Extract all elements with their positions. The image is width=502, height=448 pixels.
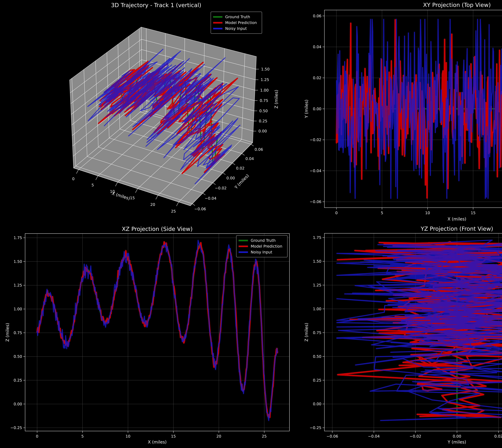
model-prediction-swatch-icon — [239, 246, 248, 247]
tick-label: 0.00 — [313, 402, 321, 406]
tick-label: 0.25 — [259, 119, 267, 123]
tick-label: 0.00 — [227, 176, 235, 180]
legend-label: Model Prediction — [225, 20, 257, 25]
tick-label: 0.06 — [255, 147, 263, 152]
legend-item: Noisy Input — [213, 26, 261, 32]
tick-label: 1.25 — [313, 283, 321, 287]
tick-label: 5 — [81, 434, 84, 438]
ground-truth-swatch-icon — [239, 240, 248, 241]
legend-label: Ground Truth — [225, 15, 250, 19]
tick-label: 25 — [171, 209, 176, 213]
legend-xz: Ground Truth Model Prediction Noisy Inpu… — [236, 235, 288, 257]
plot-title-xy: XY Projection (Top View) — [423, 2, 491, 8]
tick-label: 10 — [126, 434, 130, 438]
tick-label: 0.04 — [245, 157, 254, 161]
plot-title-yz: YZ Projection (Front View) — [421, 225, 493, 232]
tick-label: −0.06 — [194, 207, 206, 211]
plot-canvas — [0, 0, 502, 448]
tick-label: −0.04 — [205, 196, 216, 201]
legend-label: Noisy Input — [251, 250, 272, 254]
tick-label: 10 — [425, 211, 430, 215]
tick-label: −0.06 — [310, 200, 321, 204]
tick-label: 0.02 — [494, 434, 502, 438]
noisy-input-swatch-icon — [239, 251, 248, 253]
legend-item: Noisy Input — [239, 249, 286, 255]
legend-item: Model Prediction — [239, 243, 286, 249]
tick-label: 0 — [36, 434, 38, 438]
legend-label: Model Prediction — [251, 244, 282, 248]
x-axis-label-xy: X (miles) — [448, 217, 466, 222]
tick-label: 0.75 — [313, 331, 321, 335]
tick-label: 0 — [72, 177, 75, 181]
tick-label: 1.00 — [14, 307, 22, 311]
tick-label: 1.25 — [14, 283, 22, 288]
tick-label: 0.02 — [236, 166, 244, 170]
tick-label: 15 — [171, 434, 176, 438]
x-axis-label-xz: X (miles) — [148, 440, 167, 445]
tick-label: −0.25 — [310, 426, 321, 430]
ground-truth-swatch-icon — [213, 16, 222, 18]
tick-label: 0.25 — [313, 378, 321, 383]
tick-label: −0.02 — [310, 138, 321, 142]
tick-label: 25 — [262, 434, 267, 438]
tick-label: 0 — [335, 211, 338, 215]
tick-label: 1.00 — [260, 88, 269, 92]
legend-label: Noisy Input — [225, 26, 247, 31]
tick-label: 0.00 — [14, 402, 22, 406]
tick-label: −0.25 — [10, 426, 22, 430]
tick-label: 1.75 — [313, 235, 321, 240]
plot-title-xz: XZ Projection (Side View) — [122, 226, 193, 232]
tick-label: 0.00 — [313, 107, 321, 111]
tick-label: 0.02 — [313, 76, 321, 80]
legend-item: Model Prediction — [213, 20, 261, 26]
z-axis-label-3d: Z (miles) — [274, 90, 279, 109]
tick-label: −0.04 — [310, 169, 321, 173]
tick-label: 1.75 — [14, 236, 22, 240]
tick-label: 0.25 — [14, 378, 22, 383]
noisy-input-swatch-icon — [213, 28, 222, 29]
y-axis-label-xy: Y (miles) — [304, 99, 309, 118]
legend-label: Ground Truth — [251, 238, 275, 243]
tick-label: 1.00 — [313, 307, 321, 311]
y-axis-label-xz: Z (miles) — [5, 323, 10, 342]
tick-label: 0.06 — [313, 14, 321, 18]
legend-3d: Ground Truth Model Prediction Noisy Inpu… — [211, 12, 262, 34]
tick-label: 1.25 — [261, 78, 269, 82]
tick-label: 0.50 — [14, 354, 22, 359]
tick-label: 1.50 — [261, 67, 270, 71]
x-axis-label-yz: Y (miles) — [448, 440, 466, 445]
tick-label: −0.06 — [326, 434, 338, 438]
tick-label: −0.02 — [409, 434, 421, 438]
tick-label: 15 — [471, 211, 475, 215]
tick-label: 0.50 — [259, 109, 268, 113]
tick-label: 0.75 — [260, 98, 268, 103]
tick-label: 0.04 — [313, 45, 321, 49]
tick-label: 5 — [381, 211, 383, 215]
legend-item: Ground Truth — [239, 238, 286, 243]
tick-label: 0.75 — [14, 331, 22, 335]
tick-label: −0.04 — [368, 434, 380, 438]
tick-label: 1.50 — [14, 259, 22, 264]
legend-item: Ground Truth — [213, 14, 261, 20]
tick-label: 0.00 — [259, 129, 267, 133]
tick-label: 0.00 — [453, 434, 461, 438]
plot-title-3d: 3D Trajectory - Track 1 (vertical) — [111, 2, 201, 8]
tick-label: 15 — [130, 196, 135, 200]
tick-label: −0.02 — [215, 186, 227, 190]
tick-label: 20 — [216, 434, 221, 438]
figure-canvas-root: 05101520250.060.040.020.00−0.02−0.04−0.0… — [0, 0, 502, 448]
tick-label: 20 — [150, 202, 155, 207]
model-prediction-swatch-icon — [213, 22, 222, 23]
tick-label: 5 — [92, 183, 94, 187]
y-axis-label-yz: Z (miles) — [304, 323, 309, 342]
tick-label: 1.50 — [313, 259, 321, 264]
tick-label: 0.50 — [313, 354, 321, 359]
